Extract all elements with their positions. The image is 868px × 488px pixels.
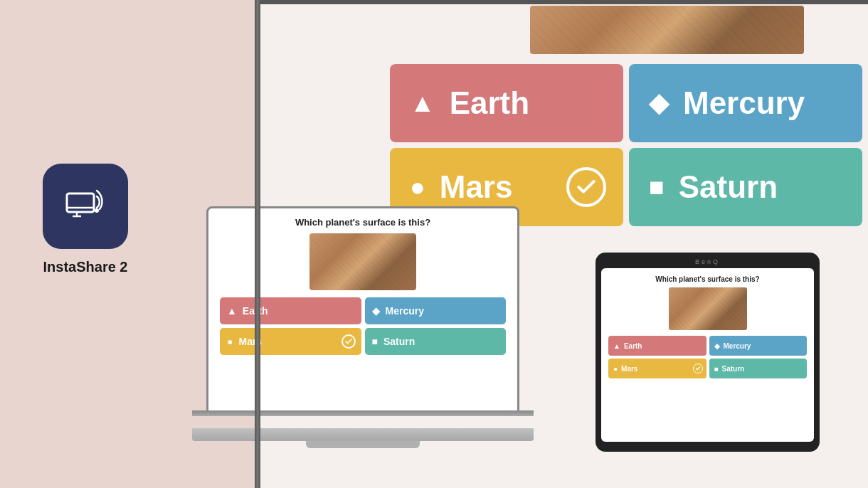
earth-shape-icon: ▲ [410,88,435,118]
tablet-answer-mars[interactable]: ● Mars [608,359,706,378]
big-answer-earth[interactable]: ▲ Earth [390,64,623,142]
tablet-mars-shape: ● [613,365,618,373]
laptop-answer-grid: ▲ Earth ◆ Mercury ● Mars [220,297,506,355]
tablet-saturn-shape: ■ [714,365,719,373]
mercury-shape-icon: ◆ [649,88,669,118]
tablet-question: Which planet's surface is this? [608,275,807,283]
laptop-base [192,428,534,441]
tablet-answer-earth[interactable]: ▲ Earth [608,336,706,356]
mercury-label: Mercury [683,85,805,121]
mars-shape-icon: ● [410,172,425,202]
mars-check-badge [566,167,606,207]
tablet-answer-grid: ▲ Earth ◆ Mercury ● Mars ■ Saturn [608,336,807,378]
tablet-mercury-label: Mercury [724,342,751,350]
tablet-answer-saturn[interactable]: ■ Saturn [709,359,808,378]
laptop: Which planet's surface is this? ▲ Earth … [192,206,534,455]
tablet-brand-label: BenQ [601,258,814,265]
tablet-mercury-shape: ◆ [714,342,720,350]
laptop-mars-check [342,334,356,349]
big-answer-saturn[interactable]: ■ Saturn [629,148,862,226]
tablet-earth-label: Earth [624,342,642,350]
tablet-earth-shape: ▲ [613,342,620,350]
tablet-mars-label: Mars [621,365,637,373]
big-answer-grid: ▲ Earth ◆ Mercury ● Mars ■ Saturn [384,64,868,226]
laptop-mercury-shape: ◆ [372,305,380,317]
big-screen-bar [256,0,868,4]
tablet: BenQ Which planet's surface is this? ▲ E… [596,253,820,452]
laptop-mercury-label: Mercury [386,305,424,317]
instashare-icon [60,181,111,232]
big-answer-mercury[interactable]: ◆ Mercury [629,64,862,142]
app-icon[interactable] [43,164,128,249]
earth-label: Earth [450,85,529,121]
app-name-label: InstaShare 2 [43,259,128,275]
laptop-answer-mars[interactable]: ● Mars [220,328,361,355]
laptop-foot [306,441,420,448]
laptop-earth-shape: ▲ [227,305,237,317]
monitor-stand [255,0,260,488]
tablet-mars-check [693,364,703,373]
laptop-saturn-shape: ■ [372,336,378,347]
laptop-surface-image [309,233,416,290]
laptop-question: Which planet's surface is this? [220,217,506,228]
laptop-answer-mercury[interactable]: ◆ Mercury [365,297,507,324]
tablet-surface-image [669,287,747,330]
laptop-hinge [192,410,534,416]
svg-point-4 [95,208,99,213]
big-surface-image [530,6,804,54]
tablet-answer-mercury[interactable]: ◆ Mercury [709,336,808,356]
laptop-screen: Which planet's surface is this? ▲ Earth … [206,206,519,413]
svg-rect-0 [67,193,94,212]
tablet-saturn-label: Saturn [722,365,745,373]
laptop-mars-shape: ● [227,336,233,347]
mars-label: Mars [440,169,513,205]
saturn-shape-icon: ■ [649,172,665,202]
saturn-label: Saturn [679,169,778,205]
laptop-saturn-label: Saturn [383,336,415,347]
laptop-answer-saturn[interactable]: ■ Saturn [365,328,507,355]
tablet-screen: Which planet's surface is this? ▲ Earth … [601,268,814,442]
app-section: InstaShare 2 [43,164,128,275]
laptop-answer-earth[interactable]: ▲ Earth [220,297,361,324]
